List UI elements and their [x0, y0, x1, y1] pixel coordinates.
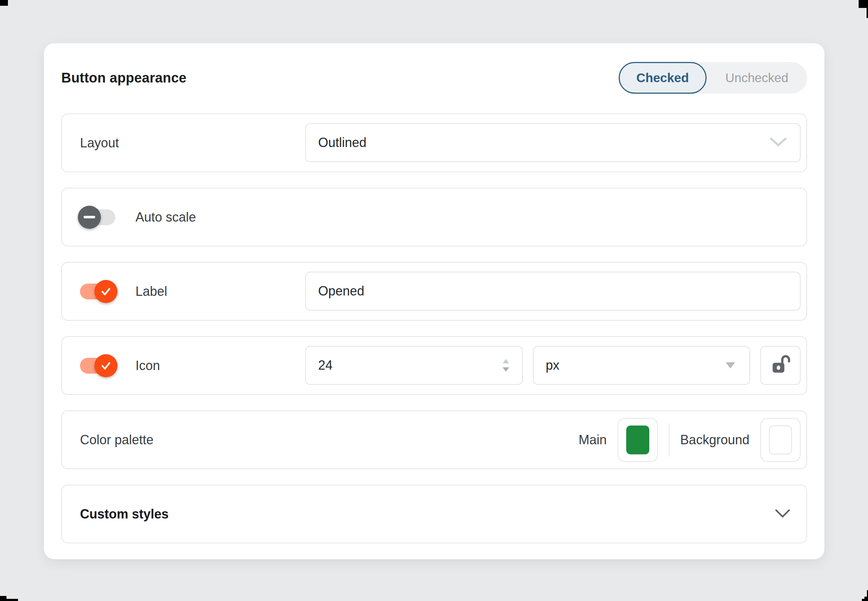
stepper-up-icon[interactable]	[503, 359, 509, 363]
panel-title: Button appearance	[61, 70, 187, 86]
label-text-field[interactable]	[305, 272, 801, 311]
background-color-swatch	[769, 426, 792, 455]
icon-size-input[interactable]	[306, 358, 522, 373]
custom-styles-row[interactable]: Custom styles	[61, 485, 807, 543]
main-color-swatch	[626, 426, 649, 455]
layout-select[interactable]: Outlined	[305, 123, 801, 162]
lock-open-icon	[769, 354, 792, 377]
button-appearance-panel: Button appearance Checked Unchecked Layo…	[44, 43, 824, 559]
tab-checked[interactable]: Checked	[619, 62, 706, 94]
screen-corner-mark	[862, 599, 868, 601]
color-palette-row: Color palette Main Background	[61, 410, 807, 469]
chevron-down-icon[interactable]	[775, 509, 790, 520]
custom-styles-label: Custom styles	[80, 506, 169, 522]
palette-divider	[669, 423, 670, 456]
tab-unchecked[interactable]: Unchecked	[706, 62, 807, 94]
main-color-swatch-button[interactable]	[618, 418, 658, 462]
main-color-label: Main	[579, 432, 607, 447]
caret-down-icon	[726, 363, 735, 369]
label-label: Label	[136, 284, 167, 299]
background-color-swatch-button[interactable]	[760, 418, 801, 462]
chevron-down-icon	[770, 137, 787, 148]
screen-corner-mark	[0, 0, 8, 6]
unit-select[interactable]: px	[533, 346, 751, 385]
minus-icon	[78, 206, 101, 229]
auto-scale-row: Auto scale	[61, 188, 807, 246]
check-icon	[95, 280, 117, 303]
label-toggle[interactable]	[80, 284, 115, 299]
screen-corner-mark	[866, 8, 868, 18]
unit-select-value: px	[534, 358, 750, 373]
layout-row: Layout Outlined	[61, 113, 807, 172]
layout-select-value: Outlined	[306, 135, 800, 150]
stepper-down-icon[interactable]	[503, 368, 509, 372]
auto-scale-label: Auto scale	[136, 210, 196, 225]
icon-toggle[interactable]	[80, 358, 115, 374]
screen-corner-mark	[0, 596, 6, 601]
background-color-label: Background	[680, 432, 749, 447]
check-icon	[95, 354, 117, 377]
panel-header: Button appearance Checked Unchecked	[61, 62, 807, 94]
stepper-arrows-icon[interactable]	[503, 359, 509, 372]
state-segmented-control: Checked Unchecked	[619, 62, 807, 94]
layout-label: Layout	[80, 136, 119, 151]
screen-corner-mark	[859, 0, 868, 8]
icon-size-field[interactable]	[305, 346, 523, 385]
color-palette-label: Color palette	[80, 432, 154, 447]
label-text-input[interactable]	[306, 284, 800, 299]
icon-label: Icon	[136, 358, 160, 373]
label-row: Label	[61, 262, 807, 321]
icon-row: Icon px	[61, 336, 807, 395]
auto-scale-toggle[interactable]	[80, 209, 115, 225]
lock-aspect-button[interactable]	[760, 346, 801, 385]
